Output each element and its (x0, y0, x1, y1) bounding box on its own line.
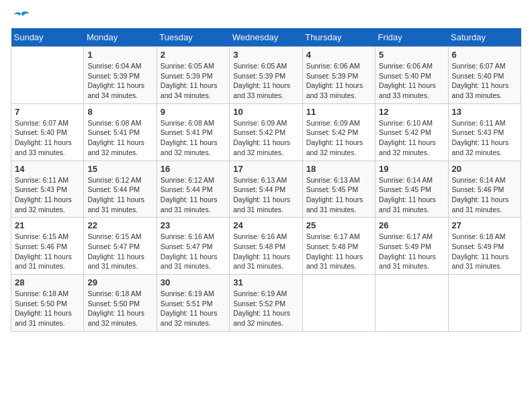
day-number: 26 (379, 220, 444, 230)
day-number: 20 (452, 164, 517, 174)
day-info: Sunrise: 6:16 AM Sunset: 5:47 PM Dayligh… (161, 232, 226, 271)
day-number: 10 (233, 107, 298, 117)
day-number: 1 (87, 50, 152, 60)
calendar-cell: 7Sunrise: 6:07 AM Sunset: 5:40 PM Daylig… (11, 103, 84, 161)
calendar-cell (302, 275, 375, 332)
day-info: Sunrise: 6:06 AM Sunset: 5:39 PM Dayligh… (306, 61, 371, 101)
day-info: Sunrise: 6:09 AM Sunset: 5:42 PM Dayligh… (233, 118, 298, 158)
calendar-cell: 21Sunrise: 6:15 AM Sunset: 5:46 PM Dayli… (11, 218, 84, 275)
calendar-cell: 29Sunrise: 6:18 AM Sunset: 5:50 PM Dayli… (84, 275, 157, 332)
day-info: Sunrise: 6:05 AM Sunset: 5:39 PM Dayligh… (233, 61, 298, 101)
day-info: Sunrise: 6:16 AM Sunset: 5:48 PM Dayligh… (233, 232, 298, 271)
calendar-cell: 2Sunrise: 6:05 AM Sunset: 5:39 PM Daylig… (157, 47, 229, 104)
calendar-cell: 25Sunrise: 6:17 AM Sunset: 5:48 PM Dayli… (302, 218, 375, 275)
calendar-day-header: Wednesday (230, 28, 302, 47)
calendar-cell: 12Sunrise: 6:10 AM Sunset: 5:42 PM Dayli… (375, 103, 448, 161)
calendar-cell: 24Sunrise: 6:16 AM Sunset: 5:48 PM Dayli… (230, 218, 302, 275)
day-info: Sunrise: 6:10 AM Sunset: 5:42 PM Dayligh… (379, 118, 444, 158)
day-number: 2 (161, 50, 226, 60)
calendar-cell (448, 275, 521, 332)
calendar-cell: 27Sunrise: 6:18 AM Sunset: 5:49 PM Dayli… (448, 218, 521, 275)
day-number: 15 (87, 164, 152, 174)
calendar-week-row: 28Sunrise: 6:18 AM Sunset: 5:50 PM Dayli… (11, 275, 521, 332)
day-info: Sunrise: 6:05 AM Sunset: 5:39 PM Dayligh… (161, 61, 226, 101)
calendar-cell: 9Sunrise: 6:08 AM Sunset: 5:41 PM Daylig… (157, 103, 229, 161)
day-info: Sunrise: 6:14 AM Sunset: 5:46 PM Dayligh… (452, 175, 517, 215)
calendar-cell: 1Sunrise: 6:04 AM Sunset: 5:39 PM Daylig… (84, 47, 157, 104)
calendar-cell: 13Sunrise: 6:11 AM Sunset: 5:43 PM Dayli… (448, 103, 521, 161)
day-number: 3 (233, 50, 298, 60)
day-number: 14 (15, 164, 80, 174)
calendar-body: 1Sunrise: 6:04 AM Sunset: 5:39 PM Daylig… (11, 47, 521, 332)
calendar-cell: 8Sunrise: 6:08 AM Sunset: 5:41 PM Daylig… (84, 103, 157, 161)
day-number: 21 (15, 220, 80, 230)
calendar-day-header: Sunday (11, 28, 84, 47)
calendar-cell: 26Sunrise: 6:17 AM Sunset: 5:49 PM Dayli… (375, 218, 448, 275)
calendar-cell: 17Sunrise: 6:13 AM Sunset: 5:44 PM Dayli… (230, 161, 302, 218)
day-info: Sunrise: 6:15 AM Sunset: 5:46 PM Dayligh… (15, 232, 80, 271)
day-info: Sunrise: 6:18 AM Sunset: 5:49 PM Dayligh… (452, 232, 517, 271)
calendar-week-row: 21Sunrise: 6:15 AM Sunset: 5:46 PM Dayli… (11, 218, 521, 275)
calendar-week-row: 1Sunrise: 6:04 AM Sunset: 5:39 PM Daylig… (11, 47, 521, 104)
day-number: 18 (306, 164, 371, 174)
day-number: 11 (306, 107, 371, 117)
day-number: 16 (161, 164, 226, 174)
calendar-cell: 15Sunrise: 6:12 AM Sunset: 5:44 PM Dayli… (84, 161, 157, 218)
calendar-day-header: Saturday (448, 28, 521, 47)
day-info: Sunrise: 6:04 AM Sunset: 5:39 PM Dayligh… (87, 61, 152, 101)
calendar-cell: 20Sunrise: 6:14 AM Sunset: 5:46 PM Dayli… (448, 161, 521, 218)
day-number: 23 (161, 220, 226, 230)
day-info: Sunrise: 6:09 AM Sunset: 5:42 PM Dayligh… (306, 118, 371, 158)
day-number: 13 (452, 107, 517, 117)
day-info: Sunrise: 6:06 AM Sunset: 5:40 PM Dayligh… (379, 61, 444, 101)
day-number: 4 (306, 50, 371, 60)
day-info: Sunrise: 6:07 AM Sunset: 5:40 PM Dayligh… (15, 118, 80, 158)
calendar-cell: 23Sunrise: 6:16 AM Sunset: 5:47 PM Dayli… (157, 218, 229, 275)
calendar-cell: 10Sunrise: 6:09 AM Sunset: 5:42 PM Dayli… (230, 103, 302, 161)
day-info: Sunrise: 6:17 AM Sunset: 5:49 PM Dayligh… (379, 232, 444, 271)
day-info: Sunrise: 6:11 AM Sunset: 5:43 PM Dayligh… (452, 118, 517, 158)
day-info: Sunrise: 6:11 AM Sunset: 5:43 PM Dayligh… (15, 175, 80, 215)
day-number: 31 (233, 277, 298, 287)
page-header (11, 11, 521, 21)
day-info: Sunrise: 6:13 AM Sunset: 5:44 PM Dayligh… (233, 175, 298, 215)
day-info: Sunrise: 6:15 AM Sunset: 5:47 PM Dayligh… (87, 232, 152, 271)
day-number: 30 (161, 277, 226, 287)
day-info: Sunrise: 6:12 AM Sunset: 5:44 PM Dayligh… (161, 175, 226, 215)
calendar-week-row: 14Sunrise: 6:11 AM Sunset: 5:43 PM Dayli… (11, 161, 521, 218)
calendar-cell (375, 275, 448, 332)
calendar-cell: 6Sunrise: 6:07 AM Sunset: 5:40 PM Daylig… (448, 47, 521, 104)
day-number: 22 (87, 220, 152, 230)
logo (11, 11, 30, 21)
day-number: 12 (379, 107, 444, 117)
day-info: Sunrise: 6:14 AM Sunset: 5:45 PM Dayligh… (379, 175, 444, 215)
calendar-day-header: Tuesday (157, 28, 229, 47)
day-info: Sunrise: 6:08 AM Sunset: 5:41 PM Dayligh… (87, 118, 152, 158)
calendar-cell: 5Sunrise: 6:06 AM Sunset: 5:40 PM Daylig… (375, 47, 448, 104)
day-number: 5 (379, 50, 444, 60)
calendar-cell: 30Sunrise: 6:19 AM Sunset: 5:51 PM Dayli… (157, 275, 229, 332)
day-number: 28 (15, 277, 80, 287)
calendar-day-header: Monday (84, 28, 157, 47)
logo-bird-icon (12, 11, 30, 24)
calendar-cell: 11Sunrise: 6:09 AM Sunset: 5:42 PM Dayli… (302, 103, 375, 161)
calendar-week-row: 7Sunrise: 6:07 AM Sunset: 5:40 PM Daylig… (11, 103, 521, 161)
calendar-cell: 28Sunrise: 6:18 AM Sunset: 5:50 PM Dayli… (11, 275, 84, 332)
day-number: 6 (452, 50, 517, 60)
day-number: 17 (233, 164, 298, 174)
calendar-cell: 19Sunrise: 6:14 AM Sunset: 5:45 PM Dayli… (375, 161, 448, 218)
day-number: 19 (379, 164, 444, 174)
day-number: 24 (233, 220, 298, 230)
day-info: Sunrise: 6:07 AM Sunset: 5:40 PM Dayligh… (452, 61, 517, 101)
calendar-cell: 3Sunrise: 6:05 AM Sunset: 5:39 PM Daylig… (230, 47, 302, 104)
day-info: Sunrise: 6:12 AM Sunset: 5:44 PM Dayligh… (87, 175, 152, 215)
day-number: 7 (15, 107, 80, 117)
day-info: Sunrise: 6:08 AM Sunset: 5:41 PM Dayligh… (161, 118, 226, 158)
calendar-cell (11, 47, 84, 104)
day-number: 8 (87, 107, 152, 117)
calendar-table: SundayMondayTuesdayWednesdayThursdayFrid… (11, 28, 521, 332)
day-number: 29 (87, 277, 152, 287)
calendar-day-header: Thursday (302, 28, 375, 47)
day-number: 27 (452, 220, 517, 230)
day-info: Sunrise: 6:18 AM Sunset: 5:50 PM Dayligh… (15, 289, 80, 328)
